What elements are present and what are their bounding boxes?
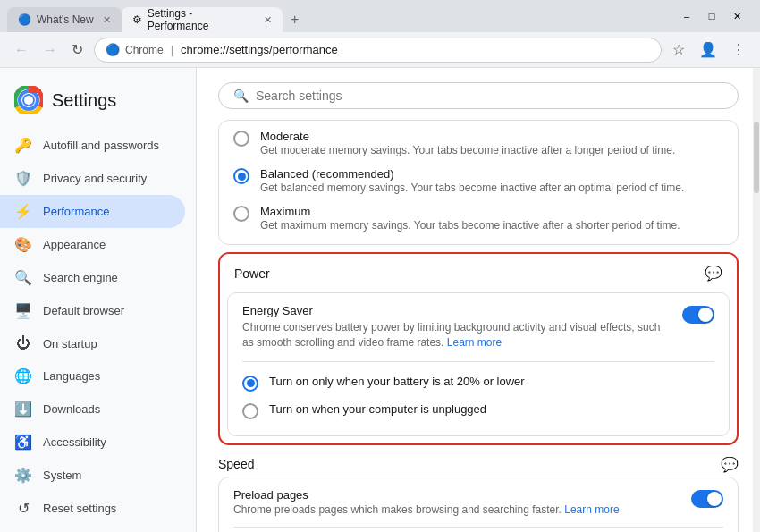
sidebar-label-search: Search engine — [43, 271, 118, 284]
minimize-button[interactable]: – — [678, 7, 696, 25]
speed-info-icon[interactable]: 💬 — [721, 456, 739, 473]
radio-balanced-circle[interactable] — [233, 168, 249, 184]
tab-favicon-settings: ⚙ — [132, 13, 142, 26]
speed-section-title: Speed — [218, 457, 254, 471]
energy-saver-learn-more[interactable]: Learn more — [447, 336, 502, 349]
tab-close-settings[interactable]: ✕ — [264, 14, 272, 26]
back-button[interactable]: ← — [11, 38, 32, 62]
power-section-header: Power 💬 — [220, 254, 737, 292]
power-inner-card: Energy Saver Chrome conserves battery po… — [227, 292, 730, 436]
energy-saver-toggle-row: Energy Saver Chrome conserves battery po… — [228, 293, 729, 361]
radio-maximum-text: Maximum Get maximum memory savings. Your… — [260, 205, 680, 232]
address-favicon: 🔵 — [106, 43, 120, 56]
search-bar[interactable]: 🔍 — [218, 82, 739, 109]
preload-desc: Chrome preloads pages which makes browsi… — [233, 503, 620, 516]
sidebar-item-search[interactable]: 🔍 Search engine — [0, 261, 185, 294]
energy-saver-toggle[interactable] — [682, 306, 714, 324]
sidebar-item-default-browser[interactable]: 🖥️ Default browser — [0, 294, 185, 327]
search-input[interactable] — [256, 89, 723, 103]
preload-toggle-knob — [707, 492, 722, 506]
default-browser-icon: 🖥️ — [14, 302, 32, 319]
performance-icon: ⚡ — [14, 203, 32, 220]
sidebar-label-reset: Reset settings — [43, 502, 116, 515]
radio-balanced-desc: Get balanced memory savings. Your tabs b… — [260, 182, 684, 194]
power-section: Power 💬 Energy Saver Chrome conserves ba… — [218, 252, 739, 445]
tab-label: What's New — [37, 13, 94, 26]
radio-battery-20[interactable]: Turn on only when your battery is at 20%… — [242, 369, 714, 397]
content-area: 🔍 Moderate Get moderate memory savings. … — [197, 68, 760, 532]
energy-saver-desc: Chrome conserves battery power by limiti… — [242, 320, 668, 350]
sidebar-item-accessibility[interactable]: ♿ Accessibility — [0, 426, 185, 459]
preload-learn-more[interactable]: Learn more — [564, 503, 619, 516]
settings-logo: Settings — [0, 75, 196, 129]
sidebar-item-appearance[interactable]: 🎨 Appearance — [0, 228, 185, 261]
power-info-icon[interactable]: 💬 — [705, 265, 722, 282]
radio-balanced-label: Balanced (recommended) — [260, 167, 684, 181]
main-layout: Settings 🔑 Autofill and passwords 🛡️ Pri… — [0, 68, 760, 532]
appearance-icon: 🎨 — [14, 236, 32, 253]
system-icon: ⚙️ — [14, 467, 32, 484]
tab-whats-new[interactable]: 🔵 What's New ✕ — [7, 7, 122, 32]
downloads-icon: ⬇️ — [14, 401, 32, 418]
address-text: chrome://settings/performance — [181, 43, 650, 56]
sidebar-item-performance[interactable]: ⚡ Performance — [0, 195, 185, 228]
radio-moderate-label: Moderate — [260, 130, 675, 143]
sidebar-item-autofill[interactable]: 🔑 Autofill and passwords — [0, 129, 185, 162]
radio-maximum-circle[interactable] — [233, 206, 249, 222]
radio-unplugged-label: Turn on when your computer is unplugged — [269, 402, 486, 416]
radio-moderate[interactable]: Moderate Get moderate memory savings. Yo… — [233, 124, 723, 162]
radio-unplugged-circle[interactable] — [242, 403, 258, 419]
reload-button[interactable]: ↻ — [68, 38, 87, 62]
radio-unplugged[interactable]: Turn on when your computer is unplugged — [242, 397, 714, 425]
new-tab-button[interactable]: + — [283, 7, 308, 32]
sidebar-label-languages: Languages — [43, 369, 100, 383]
speed-section-header: Speed 💬 — [218, 456, 739, 473]
energy-saver-text: Energy Saver Chrome conserves battery po… — [242, 304, 682, 350]
tab-close-whats-new[interactable]: ✕ — [103, 14, 111, 26]
toggle-knob — [698, 308, 713, 322]
search-engine-icon: 🔍 — [14, 269, 32, 286]
address-label: Chrome — [125, 44, 164, 56]
radio-maximum[interactable]: Maximum Get maximum memory savings. Your… — [233, 199, 723, 237]
tab-strip: 🔵 What's New ✕ ⚙ Settings - Performance … — [7, 0, 667, 32]
tab-favicon: 🔵 — [18, 13, 31, 26]
radio-balanced[interactable]: Balanced (recommended) Get balanced memo… — [233, 162, 723, 199]
scrollbar-thumb[interactable] — [754, 122, 759, 193]
tab-settings[interactable]: ⚙ Settings - Performance ✕ — [122, 7, 283, 32]
sidebar-label-on-startup: On startup — [43, 337, 97, 350]
sidebar-item-languages[interactable]: 🌐 Languages — [0, 359, 185, 393]
sidebar-label-accessibility: Accessibility — [43, 435, 106, 449]
radio-battery-20-circle[interactable] — [242, 376, 258, 392]
bookmark-button[interactable]: ☆ — [669, 38, 688, 62]
search-icon: 🔍 — [233, 89, 249, 103]
window-controls: – □ ✕ — [671, 7, 753, 25]
menu-button[interactable]: ⋮ — [728, 38, 749, 62]
sidebar-item-reset[interactable]: ↺ Reset settings — [0, 492, 185, 525]
sidebar-label-system: System — [43, 469, 81, 482]
chrome-logo-icon — [14, 86, 43, 114]
power-radio-group: Turn on only when your battery is at 20%… — [228, 362, 729, 435]
power-section-title: Power — [234, 266, 270, 281]
sidebar-item-system[interactable]: ⚙️ System — [0, 459, 185, 492]
preload-toggle[interactable] — [691, 490, 723, 508]
close-button[interactable]: ✕ — [728, 7, 746, 25]
radio-unplugged-text: Turn on when your computer is unplugged — [269, 402, 486, 416]
sidebar-item-extensions[interactable]: 🧩 Extensions ↗ — [0, 525, 185, 532]
radio-maximum-desc: Get maximum memory savings. Your tabs be… — [260, 219, 680, 232]
radio-battery-20-inner — [247, 379, 255, 387]
sidebar-item-downloads[interactable]: ⬇️ Downloads — [0, 393, 185, 426]
nav-icons: ☆ 👤 ⋮ — [669, 38, 749, 62]
radio-moderate-circle[interactable] — [233, 131, 249, 147]
sidebar-item-privacy[interactable]: 🛡️ Privacy and security — [0, 162, 185, 195]
radio-balanced-text: Balanced (recommended) Get balanced memo… — [260, 167, 684, 194]
languages-icon: 🌐 — [14, 367, 32, 384]
extended-preloading-row: Extended preloading More pages are prelo… — [219, 528, 738, 532]
address-bar[interactable]: 🔵 Chrome | chrome://settings/performance — [94, 38, 662, 63]
profile-button[interactable]: 👤 — [696, 38, 721, 62]
sidebar-item-on-startup[interactable]: ⏻ On startup — [0, 327, 185, 359]
sidebar: Settings 🔑 Autofill and passwords 🛡️ Pri… — [0, 68, 197, 532]
forward-button[interactable]: → — [39, 38, 61, 62]
scrollbar-track — [753, 68, 760, 532]
maximize-button[interactable]: □ — [703, 7, 721, 25]
preload-text: Preload pages Chrome preloads pages whic… — [233, 488, 620, 516]
